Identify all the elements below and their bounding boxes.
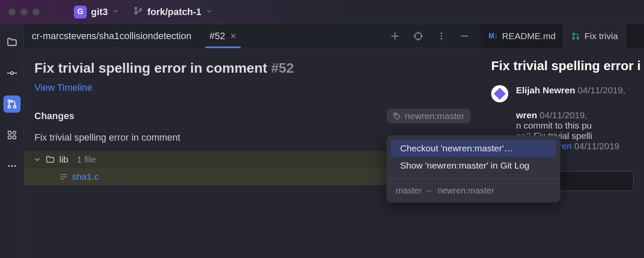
menu-item-show-in-log[interactable]: Show 'newren:master' in Git Log [391,157,556,174]
branch-tag-label: newren:master [405,111,465,121]
folder-icon [46,155,55,164]
close-icon[interactable]: ✕ [230,31,237,41]
pull-request-icon [571,32,580,40]
tab-label: #52 [210,31,225,42]
traffic-max[interactable] [33,9,39,15]
svg-point-28 [395,114,397,115]
svg-point-26 [441,38,442,39]
detail-title: Fix trivial spelling error i [491,58,634,73]
event-date: 04/11/2019, [540,110,587,120]
minimize-icon[interactable] [456,31,473,41]
tag-icon [393,112,401,120]
chevron-down-icon [33,156,41,163]
project-name: git3 [91,6,108,18]
pr-title: Fix trivial spelling error in comment #5… [34,60,471,76]
sidebar-item-pull-requests[interactable] [3,95,21,113]
file-icon [59,172,68,181]
file-name[interactable]: sha1.c [72,172,99,182]
svg-rect-11 [13,136,16,139]
folder-name: lib [59,154,68,165]
add-button[interactable] [386,31,404,41]
chevron-down-icon [112,7,119,17]
tab-readme[interactable]: M↓ README.md [481,24,564,48]
target-icon[interactable] [410,31,427,41]
detail-tabs: M↓ README.md Fix trivia [481,24,644,48]
branch-selector[interactable]: fork/patch-1 [134,6,213,18]
sidebar-item-files[interactable] [3,34,21,51]
sidebar-item-commits[interactable] [3,64,21,82]
svg-point-15 [12,166,12,166]
branch-tag[interactable]: newren:master [387,109,471,123]
menu-item-checkout[interactable]: Checkout 'newren:master'… [391,140,556,157]
app-badge: G [74,6,87,18]
branch-icon [134,6,143,18]
folder-file-count: 1 file [77,154,96,165]
markdown-icon: M↓ [489,32,498,40]
branch-name: fork/patch-1 [147,6,201,18]
menu-footer: master ← newren:master [386,183,560,198]
tab-readme-label: README.md [502,31,556,41]
menu-separator [386,178,560,179]
activity-bar [0,24,24,258]
view-timeline-link[interactable]: View Timeline [34,82,92,93]
traffic-min[interactable] [21,9,27,15]
editor-tabbar: cr-marcstevens/sha1collisiondetection #5… [24,24,481,48]
project-selector[interactable]: G git3 [74,6,119,18]
event-date: 04/11/2019 [574,141,619,151]
changes-heading: Changes [34,111,74,122]
tab-pr-52[interactable]: #52 ✕ [205,24,241,48]
merge-source: newren:master [437,186,494,196]
sidebar-item-more[interactable] [3,157,21,175]
sidebar-item-structure[interactable] [3,126,21,144]
titlebar: G git3 fork/patch-1 [0,0,644,24]
svg-rect-13 [8,136,11,139]
window-controls[interactable] [9,9,39,15]
pr-title-text: Fix trivial spelling error in comment [34,60,267,76]
branch-context-menu: Checkout 'newren:master'… Show 'newren:m… [386,135,560,203]
tab-pr-detail[interactable]: Fix trivia [564,24,626,48]
event-author: wren [516,110,537,120]
timeline-event: Elijah Newren 04/11/2019, [491,85,634,102]
svg-point-24 [441,33,442,34]
traffic-close[interactable] [9,9,15,15]
merge-target: master [396,186,422,196]
svg-point-14 [9,166,9,166]
avatar [491,85,508,102]
event-author: Elijah Newren [516,85,575,95]
breadcrumb[interactable]: cr-marcstevens/sha1collisiondetection [32,31,191,42]
chevron-down-icon [206,7,213,17]
arrow-left-icon: ← [425,186,434,196]
event-date: 04/11/2019, [578,85,626,95]
event-line: n commit to this pu [516,120,592,130]
more-icon[interactable] [433,31,450,41]
tab-pr-label: Fix trivia [584,31,618,41]
svg-point-25 [441,36,442,37]
svg-rect-10 [8,131,11,134]
pr-number: #52 [271,60,294,76]
svg-point-12 [13,131,16,134]
svg-point-16 [15,166,15,166]
